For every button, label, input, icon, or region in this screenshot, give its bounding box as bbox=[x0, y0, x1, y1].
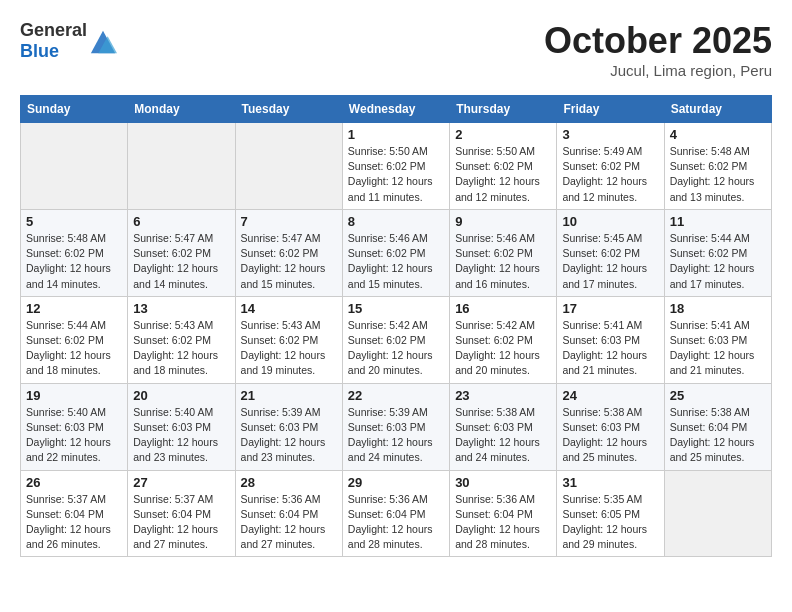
day-info: Sunrise: 5:45 AM Sunset: 6:02 PM Dayligh… bbox=[562, 231, 658, 292]
day-info: Sunrise: 5:47 AM Sunset: 6:02 PM Dayligh… bbox=[241, 231, 337, 292]
day-number: 4 bbox=[670, 127, 766, 142]
day-number: 30 bbox=[455, 475, 551, 490]
calendar-cell: 31Sunrise: 5:35 AM Sunset: 6:05 PM Dayli… bbox=[557, 470, 664, 557]
day-info: Sunrise: 5:37 AM Sunset: 6:04 PM Dayligh… bbox=[26, 492, 122, 553]
calendar-cell: 24Sunrise: 5:38 AM Sunset: 6:03 PM Dayli… bbox=[557, 383, 664, 470]
day-info: Sunrise: 5:37 AM Sunset: 6:04 PM Dayligh… bbox=[133, 492, 229, 553]
calendar-cell: 12Sunrise: 5:44 AM Sunset: 6:02 PM Dayli… bbox=[21, 296, 128, 383]
day-info: Sunrise: 5:35 AM Sunset: 6:05 PM Dayligh… bbox=[562, 492, 658, 553]
day-info: Sunrise: 5:38 AM Sunset: 6:03 PM Dayligh… bbox=[562, 405, 658, 466]
day-info: Sunrise: 5:42 AM Sunset: 6:02 PM Dayligh… bbox=[455, 318, 551, 379]
calendar-cell: 1Sunrise: 5:50 AM Sunset: 6:02 PM Daylig… bbox=[342, 123, 449, 210]
day-info: Sunrise: 5:49 AM Sunset: 6:02 PM Dayligh… bbox=[562, 144, 658, 205]
calendar-cell: 29Sunrise: 5:36 AM Sunset: 6:04 PM Dayli… bbox=[342, 470, 449, 557]
day-number: 28 bbox=[241, 475, 337, 490]
day-number: 8 bbox=[348, 214, 444, 229]
logo-text: General Blue bbox=[20, 20, 87, 62]
day-info: Sunrise: 5:47 AM Sunset: 6:02 PM Dayligh… bbox=[133, 231, 229, 292]
calendar-cell bbox=[21, 123, 128, 210]
calendar-cell: 10Sunrise: 5:45 AM Sunset: 6:02 PM Dayli… bbox=[557, 209, 664, 296]
calendar-cell: 13Sunrise: 5:43 AM Sunset: 6:02 PM Dayli… bbox=[128, 296, 235, 383]
day-info: Sunrise: 5:36 AM Sunset: 6:04 PM Dayligh… bbox=[348, 492, 444, 553]
calendar-cell: 18Sunrise: 5:41 AM Sunset: 6:03 PM Dayli… bbox=[664, 296, 771, 383]
day-number: 21 bbox=[241, 388, 337, 403]
page-header: General Blue October 2025 Jucul, Lima re… bbox=[20, 20, 772, 79]
calendar-cell: 26Sunrise: 5:37 AM Sunset: 6:04 PM Dayli… bbox=[21, 470, 128, 557]
day-number: 29 bbox=[348, 475, 444, 490]
logo-general: General bbox=[20, 20, 87, 40]
calendar-table: SundayMondayTuesdayWednesdayThursdayFrid… bbox=[20, 95, 772, 557]
day-number: 9 bbox=[455, 214, 551, 229]
calendar-cell: 3Sunrise: 5:49 AM Sunset: 6:02 PM Daylig… bbox=[557, 123, 664, 210]
day-number: 18 bbox=[670, 301, 766, 316]
day-number: 10 bbox=[562, 214, 658, 229]
day-info: Sunrise: 5:46 AM Sunset: 6:02 PM Dayligh… bbox=[348, 231, 444, 292]
weekday-header-saturday: Saturday bbox=[664, 96, 771, 123]
day-info: Sunrise: 5:42 AM Sunset: 6:02 PM Dayligh… bbox=[348, 318, 444, 379]
day-number: 20 bbox=[133, 388, 229, 403]
day-info: Sunrise: 5:39 AM Sunset: 6:03 PM Dayligh… bbox=[241, 405, 337, 466]
day-info: Sunrise: 5:48 AM Sunset: 6:02 PM Dayligh… bbox=[26, 231, 122, 292]
day-number: 17 bbox=[562, 301, 658, 316]
weekday-header-wednesday: Wednesday bbox=[342, 96, 449, 123]
day-number: 13 bbox=[133, 301, 229, 316]
calendar-cell: 25Sunrise: 5:38 AM Sunset: 6:04 PM Dayli… bbox=[664, 383, 771, 470]
day-info: Sunrise: 5:40 AM Sunset: 6:03 PM Dayligh… bbox=[26, 405, 122, 466]
day-info: Sunrise: 5:41 AM Sunset: 6:03 PM Dayligh… bbox=[670, 318, 766, 379]
calendar-week-1: 1Sunrise: 5:50 AM Sunset: 6:02 PM Daylig… bbox=[21, 123, 772, 210]
calendar-cell: 6Sunrise: 5:47 AM Sunset: 6:02 PM Daylig… bbox=[128, 209, 235, 296]
day-info: Sunrise: 5:43 AM Sunset: 6:02 PM Dayligh… bbox=[133, 318, 229, 379]
calendar-cell: 30Sunrise: 5:36 AM Sunset: 6:04 PM Dayli… bbox=[450, 470, 557, 557]
day-number: 2 bbox=[455, 127, 551, 142]
calendar-cell: 5Sunrise: 5:48 AM Sunset: 6:02 PM Daylig… bbox=[21, 209, 128, 296]
weekday-header-monday: Monday bbox=[128, 96, 235, 123]
day-number: 31 bbox=[562, 475, 658, 490]
day-number: 1 bbox=[348, 127, 444, 142]
calendar-week-5: 26Sunrise: 5:37 AM Sunset: 6:04 PM Dayli… bbox=[21, 470, 772, 557]
calendar-cell: 15Sunrise: 5:42 AM Sunset: 6:02 PM Dayli… bbox=[342, 296, 449, 383]
calendar-cell: 14Sunrise: 5:43 AM Sunset: 6:02 PM Dayli… bbox=[235, 296, 342, 383]
weekday-header-sunday: Sunday bbox=[21, 96, 128, 123]
calendar-cell bbox=[664, 470, 771, 557]
day-number: 16 bbox=[455, 301, 551, 316]
logo-blue: Blue bbox=[20, 41, 59, 61]
day-number: 12 bbox=[26, 301, 122, 316]
day-number: 5 bbox=[26, 214, 122, 229]
title-block: October 2025 Jucul, Lima region, Peru bbox=[544, 20, 772, 79]
day-info: Sunrise: 5:50 AM Sunset: 6:02 PM Dayligh… bbox=[455, 144, 551, 205]
day-number: 15 bbox=[348, 301, 444, 316]
day-number: 25 bbox=[670, 388, 766, 403]
calendar-cell: 21Sunrise: 5:39 AM Sunset: 6:03 PM Dayli… bbox=[235, 383, 342, 470]
logo: General Blue bbox=[20, 20, 117, 62]
weekday-header-row: SundayMondayTuesdayWednesdayThursdayFrid… bbox=[21, 96, 772, 123]
day-info: Sunrise: 5:40 AM Sunset: 6:03 PM Dayligh… bbox=[133, 405, 229, 466]
day-number: 19 bbox=[26, 388, 122, 403]
day-number: 22 bbox=[348, 388, 444, 403]
calendar-week-2: 5Sunrise: 5:48 AM Sunset: 6:02 PM Daylig… bbox=[21, 209, 772, 296]
day-number: 3 bbox=[562, 127, 658, 142]
day-info: Sunrise: 5:48 AM Sunset: 6:02 PM Dayligh… bbox=[670, 144, 766, 205]
calendar-cell bbox=[128, 123, 235, 210]
calendar-cell: 4Sunrise: 5:48 AM Sunset: 6:02 PM Daylig… bbox=[664, 123, 771, 210]
weekday-header-friday: Friday bbox=[557, 96, 664, 123]
month-title: October 2025 bbox=[544, 20, 772, 62]
calendar-cell: 2Sunrise: 5:50 AM Sunset: 6:02 PM Daylig… bbox=[450, 123, 557, 210]
calendar-cell: 11Sunrise: 5:44 AM Sunset: 6:02 PM Dayli… bbox=[664, 209, 771, 296]
day-info: Sunrise: 5:44 AM Sunset: 6:02 PM Dayligh… bbox=[670, 231, 766, 292]
calendar-cell bbox=[235, 123, 342, 210]
day-info: Sunrise: 5:50 AM Sunset: 6:02 PM Dayligh… bbox=[348, 144, 444, 205]
day-number: 23 bbox=[455, 388, 551, 403]
day-number: 27 bbox=[133, 475, 229, 490]
day-number: 24 bbox=[562, 388, 658, 403]
day-info: Sunrise: 5:46 AM Sunset: 6:02 PM Dayligh… bbox=[455, 231, 551, 292]
calendar-week-4: 19Sunrise: 5:40 AM Sunset: 6:03 PM Dayli… bbox=[21, 383, 772, 470]
day-info: Sunrise: 5:36 AM Sunset: 6:04 PM Dayligh… bbox=[241, 492, 337, 553]
calendar-cell: 9Sunrise: 5:46 AM Sunset: 6:02 PM Daylig… bbox=[450, 209, 557, 296]
calendar-cell: 17Sunrise: 5:41 AM Sunset: 6:03 PM Dayli… bbox=[557, 296, 664, 383]
calendar-cell: 23Sunrise: 5:38 AM Sunset: 6:03 PM Dayli… bbox=[450, 383, 557, 470]
day-info: Sunrise: 5:36 AM Sunset: 6:04 PM Dayligh… bbox=[455, 492, 551, 553]
calendar-cell: 27Sunrise: 5:37 AM Sunset: 6:04 PM Dayli… bbox=[128, 470, 235, 557]
day-info: Sunrise: 5:38 AM Sunset: 6:04 PM Dayligh… bbox=[670, 405, 766, 466]
day-number: 6 bbox=[133, 214, 229, 229]
calendar-cell: 22Sunrise: 5:39 AM Sunset: 6:03 PM Dayli… bbox=[342, 383, 449, 470]
